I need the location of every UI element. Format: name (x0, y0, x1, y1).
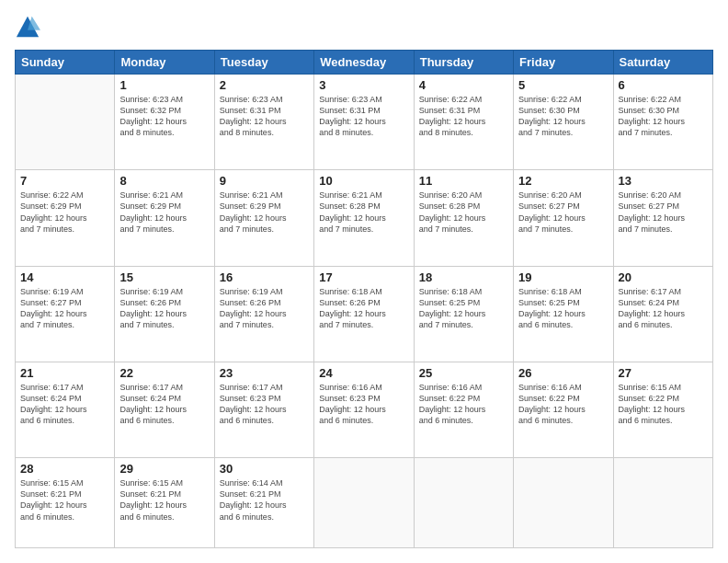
calendar-cell: 20Sunrise: 6:17 AM Sunset: 6:24 PM Dayli… (613, 266, 712, 362)
day-info: Sunrise: 6:15 AM Sunset: 6:21 PM Dayligh… (119, 477, 209, 523)
day-info: Sunrise: 6:17 AM Sunset: 6:23 PM Dayligh… (220, 382, 309, 427)
day-info: Sunrise: 6:21 AM Sunset: 6:29 PM Dayligh… (220, 190, 309, 235)
day-number: 25 (419, 366, 508, 380)
day-number: 24 (319, 366, 408, 380)
day-number: 21 (20, 366, 109, 380)
calendar-day-header: Sunday (16, 51, 115, 75)
day-number: 6 (619, 78, 708, 92)
day-info: Sunrise: 6:23 AM Sunset: 6:31 PM Dayligh… (319, 94, 408, 139)
calendar-day-header: Monday (115, 51, 214, 75)
calendar-cell: 10Sunrise: 6:21 AM Sunset: 6:28 PM Dayli… (314, 170, 414, 266)
day-info: Sunrise: 6:20 AM Sunset: 6:27 PM Dayligh… (518, 190, 608, 235)
calendar-week-row: 14Sunrise: 6:19 AM Sunset: 6:27 PM Dayli… (16, 266, 713, 362)
calendar-cell: 24Sunrise: 6:16 AM Sunset: 6:23 PM Dayli… (314, 362, 414, 457)
calendar-cell: 21Sunrise: 6:17 AM Sunset: 6:24 PM Dayli… (16, 362, 115, 457)
calendar-cell (314, 458, 414, 548)
day-info: Sunrise: 6:17 AM Sunset: 6:24 PM Dayligh… (20, 382, 109, 427)
day-number: 1 (119, 78, 209, 92)
day-info: Sunrise: 6:23 AM Sunset: 6:32 PM Dayligh… (119, 94, 209, 139)
day-number: 16 (220, 270, 309, 284)
calendar-cell: 29Sunrise: 6:15 AM Sunset: 6:21 PM Dayli… (115, 458, 214, 548)
day-info: Sunrise: 6:20 AM Sunset: 6:27 PM Dayligh… (619, 190, 708, 235)
day-info: Sunrise: 6:22 AM Sunset: 6:29 PM Dayligh… (20, 190, 109, 235)
day-number: 13 (619, 174, 708, 188)
calendar-cell: 9Sunrise: 6:21 AM Sunset: 6:29 PM Daylig… (214, 170, 313, 266)
day-number: 7 (20, 174, 109, 188)
day-number: 9 (220, 174, 309, 188)
calendar-cell: 28Sunrise: 6:15 AM Sunset: 6:21 PM Dayli… (16, 458, 115, 548)
day-info: Sunrise: 6:19 AM Sunset: 6:26 PM Dayligh… (119, 286, 209, 331)
day-info: Sunrise: 6:19 AM Sunset: 6:26 PM Dayligh… (220, 286, 309, 331)
day-number: 3 (319, 78, 408, 92)
day-number: 22 (119, 366, 209, 380)
day-info: Sunrise: 6:18 AM Sunset: 6:26 PM Dayligh… (319, 286, 408, 331)
calendar-cell: 17Sunrise: 6:18 AM Sunset: 6:26 PM Dayli… (314, 266, 414, 362)
calendar-week-row: 1Sunrise: 6:23 AM Sunset: 6:32 PM Daylig… (16, 75, 713, 170)
day-number: 18 (419, 270, 508, 284)
day-info: Sunrise: 6:16 AM Sunset: 6:23 PM Dayligh… (319, 382, 408, 427)
day-info: Sunrise: 6:20 AM Sunset: 6:28 PM Dayligh… (419, 190, 508, 235)
calendar-cell: 30Sunrise: 6:14 AM Sunset: 6:21 PM Dayli… (214, 458, 313, 548)
calendar-cell: 3Sunrise: 6:23 AM Sunset: 6:31 PM Daylig… (314, 75, 414, 170)
day-number: 8 (119, 174, 209, 188)
day-info: Sunrise: 6:21 AM Sunset: 6:28 PM Dayligh… (319, 190, 408, 235)
day-number: 28 (20, 462, 109, 476)
calendar-cell: 27Sunrise: 6:15 AM Sunset: 6:22 PM Dayli… (613, 362, 712, 457)
calendar-cell: 26Sunrise: 6:16 AM Sunset: 6:22 PM Dayli… (514, 362, 613, 457)
calendar-cell (16, 75, 115, 170)
page: SundayMondayTuesdayWednesdayThursdayFrid… (0, 0, 728, 563)
day-number: 23 (220, 366, 309, 380)
day-info: Sunrise: 6:16 AM Sunset: 6:22 PM Dayligh… (518, 382, 608, 427)
calendar-cell: 15Sunrise: 6:19 AM Sunset: 6:26 PM Dayli… (115, 266, 214, 362)
calendar-cell: 12Sunrise: 6:20 AM Sunset: 6:27 PM Dayli… (514, 170, 613, 266)
day-info: Sunrise: 6:17 AM Sunset: 6:24 PM Dayligh… (119, 382, 209, 427)
day-number: 20 (619, 270, 708, 284)
calendar-cell: 4Sunrise: 6:22 AM Sunset: 6:31 PM Daylig… (414, 75, 513, 170)
day-number: 14 (20, 270, 109, 284)
calendar-cell: 18Sunrise: 6:18 AM Sunset: 6:25 PM Dayli… (414, 266, 513, 362)
day-number: 10 (319, 174, 408, 188)
calendar-week-row: 7Sunrise: 6:22 AM Sunset: 6:29 PM Daylig… (16, 170, 713, 266)
calendar-day-header: Wednesday (314, 51, 414, 75)
calendar-cell (414, 458, 513, 548)
day-info: Sunrise: 6:14 AM Sunset: 6:21 PM Dayligh… (220, 477, 309, 523)
day-info: Sunrise: 6:22 AM Sunset: 6:30 PM Dayligh… (518, 94, 608, 139)
calendar-cell: 25Sunrise: 6:16 AM Sunset: 6:22 PM Dayli… (414, 362, 513, 457)
header (15, 15, 713, 40)
calendar-cell: 11Sunrise: 6:20 AM Sunset: 6:28 PM Dayli… (414, 170, 513, 266)
day-number: 5 (518, 78, 608, 92)
calendar-header-row: SundayMondayTuesdayWednesdayThursdayFrid… (16, 51, 713, 75)
calendar-cell: 19Sunrise: 6:18 AM Sunset: 6:25 PM Dayli… (514, 266, 613, 362)
day-number: 17 (319, 270, 408, 284)
day-info: Sunrise: 6:23 AM Sunset: 6:31 PM Dayligh… (220, 94, 309, 139)
calendar-cell: 2Sunrise: 6:23 AM Sunset: 6:31 PM Daylig… (214, 75, 313, 170)
day-number: 26 (518, 366, 608, 380)
day-number: 19 (518, 270, 608, 284)
calendar-day-header: Thursday (414, 51, 513, 75)
day-number: 27 (619, 366, 708, 380)
calendar-day-header: Saturday (613, 51, 712, 75)
day-number: 4 (419, 78, 508, 92)
day-info: Sunrise: 6:17 AM Sunset: 6:24 PM Dayligh… (619, 286, 708, 331)
calendar-cell (613, 458, 712, 548)
calendar-cell: 14Sunrise: 6:19 AM Sunset: 6:27 PM Dayli… (16, 266, 115, 362)
calendar-cell: 13Sunrise: 6:20 AM Sunset: 6:27 PM Dayli… (613, 170, 712, 266)
day-number: 29 (119, 462, 209, 476)
day-number: 11 (419, 174, 508, 188)
calendar-cell (514, 458, 613, 548)
day-info: Sunrise: 6:18 AM Sunset: 6:25 PM Dayligh… (419, 286, 508, 331)
day-info: Sunrise: 6:22 AM Sunset: 6:30 PM Dayligh… (619, 94, 708, 139)
logo-icon (15, 15, 40, 40)
day-info: Sunrise: 6:16 AM Sunset: 6:22 PM Dayligh… (419, 382, 508, 427)
calendar-cell: 7Sunrise: 6:22 AM Sunset: 6:29 PM Daylig… (16, 170, 115, 266)
calendar-week-row: 28Sunrise: 6:15 AM Sunset: 6:21 PM Dayli… (16, 458, 713, 548)
day-info: Sunrise: 6:19 AM Sunset: 6:27 PM Dayligh… (20, 286, 109, 331)
calendar-cell: 6Sunrise: 6:22 AM Sunset: 6:30 PM Daylig… (613, 75, 712, 170)
logo (15, 15, 44, 40)
calendar-cell: 23Sunrise: 6:17 AM Sunset: 6:23 PM Dayli… (214, 362, 313, 457)
day-info: Sunrise: 6:22 AM Sunset: 6:31 PM Dayligh… (419, 94, 508, 139)
calendar-cell: 1Sunrise: 6:23 AM Sunset: 6:32 PM Daylig… (115, 75, 214, 170)
calendar-cell: 22Sunrise: 6:17 AM Sunset: 6:24 PM Dayli… (115, 362, 214, 457)
day-info: Sunrise: 6:15 AM Sunset: 6:22 PM Dayligh… (619, 382, 708, 427)
calendar-cell: 16Sunrise: 6:19 AM Sunset: 6:26 PM Dayli… (214, 266, 313, 362)
